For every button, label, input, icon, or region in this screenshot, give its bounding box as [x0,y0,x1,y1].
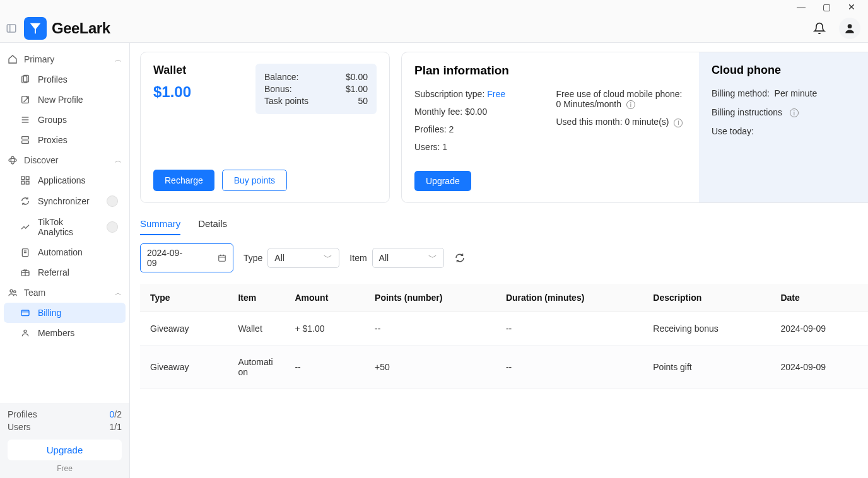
tab-details[interactable]: Details [198,212,227,235]
plan-subscription: Subscription type: Free [414,89,545,99]
svg-point-2 [848,24,852,28]
item-filter-select[interactable]: All﹀ [372,248,444,268]
nav-group-label: Discover [24,155,58,165]
info-icon[interactable]: i [790,108,799,117]
nav-item-applications[interactable]: Applications [4,170,126,190]
billing-icon [20,308,30,318]
svg-rect-15 [21,181,25,184]
cloud-billing-method: Billing method: Per minute [712,88,855,98]
date-picker[interactable]: 2024-09-09 [140,243,233,272]
cell-desc: Points gift [643,346,770,389]
buy-points-button[interactable]: Buy points [222,170,287,191]
nav-item-proxies[interactable]: Proxies [4,130,126,150]
cell-type: Giveaway [140,312,228,346]
cell-points: -- [365,312,496,346]
plan-subscription-link[interactable]: Free [487,89,505,99]
notifications-icon[interactable] [809,18,830,39]
nav-item-billing[interactable]: Billing [4,303,126,323]
filters-row: 2024-09-09 Type All﹀ Item All﹀ [140,243,868,272]
svg-rect-14 [26,177,29,180]
cloud-phone-panel: Cloud phone Billing method: Per minute B… [699,52,868,202]
sidebar-footer: Profiles0/2 Users1/1 Upgrade Free [0,403,129,478]
item-filter-value: All [379,253,389,263]
wallet-stats: Balance:$0.00 Bonus:$1.00 Task points50 [255,64,377,114]
nav-label: Referral [38,267,69,277]
cell-duration: -- [496,346,643,389]
analytics-icon [20,222,30,232]
content-area: Wallet $1.00 Balance:$0.00 Bonus:$1.00 T… [130,43,868,478]
cell-item: Automation [228,346,284,389]
sidebar-upgrade-button[interactable]: Upgrade [8,440,122,460]
svg-point-25 [24,330,26,332]
cell-desc: Receiving bonus [643,312,770,346]
sidebar-toggle-icon[interactable] [4,21,19,36]
bonus-value: $1.00 [346,84,368,94]
nav-item-groups[interactable]: Groups [4,110,126,130]
user-avatar-icon[interactable] [839,18,860,39]
col-date: Date [770,284,868,312]
proxies-icon [20,135,30,145]
nav-label: Applications [38,175,86,185]
groups-icon [20,115,30,125]
window-minimize[interactable]: — [789,2,814,12]
nav-group-discover[interactable]: Discover ︿ [0,150,129,170]
tab-summary[interactable]: Summary [140,212,180,235]
window-close[interactable]: ✕ [839,2,864,12]
nav-item-tiktok-analytics[interactable]: TikTok Analytics [4,212,126,242]
plan-upgrade-button[interactable]: Upgrade [414,171,471,191]
svg-rect-0 [7,25,16,32]
recharge-button[interactable]: Recharge [153,170,214,191]
footer-profiles-label: Profiles [8,409,37,419]
points-value: 50 [358,96,368,106]
nav-item-new-profile[interactable]: New Profile [4,90,126,110]
col-duration: Duration (minutes) [496,284,643,312]
chevron-up-icon: ︿ [115,288,122,298]
col-points: Points (number) [365,284,496,312]
info-icon[interactable]: i [626,100,635,109]
info-icon[interactable]: i [674,119,683,127]
svg-rect-9 [22,137,29,139]
type-filter-select[interactable]: All﹀ [267,248,339,268]
date-value: 2024-09-09 [147,248,187,268]
automation-icon [20,247,30,257]
window-maximize[interactable]: ▢ [814,2,839,12]
footer-users-value: 1/1 [110,422,122,432]
svg-rect-26 [219,255,226,261]
nav-item-referral[interactable]: Referral [4,262,126,283]
tabs: Summary Details [140,212,868,236]
type-filter-value: All [274,253,284,263]
team-icon [8,288,18,298]
nav-item-members[interactable]: Members [4,323,126,343]
transactions-table: Type Item Amount Points (number) Duratio… [140,284,868,389]
plan-title: Plan information [414,64,686,78]
cell-date: 2024-09-09 [770,346,868,389]
logo-mark-icon [24,17,47,40]
cell-points: +50 [365,346,496,389]
sidebar: Primary ︿ Profiles New Profile Groups Pr… [0,43,130,478]
bonus-label: Bonus: [264,84,292,94]
nav-group-label: Primary [24,54,54,64]
nav-group-team[interactable]: Team ︿ [0,283,129,303]
svg-point-11 [9,158,16,161]
nav-label: New Profile [38,95,83,105]
refresh-icon[interactable] [454,252,466,264]
nav-label: Proxies [38,135,67,145]
calendar-icon [218,254,226,262]
nav-label: Billing [38,308,61,318]
cell-amount: + $1.00 [284,312,365,346]
applications-icon [20,175,30,185]
cell-date: 2024-09-09 [770,312,868,346]
badge-icon [107,221,118,233]
app-logo[interactable]: GeeLark [24,17,110,40]
cell-type: Giveaway [140,346,228,389]
balance-label: Balance: [264,72,298,82]
nav-group-primary[interactable]: Primary ︿ [0,49,129,69]
nav-item-synchronizer[interactable]: Synchronizer [4,190,126,212]
nav-item-profiles[interactable]: Profiles [4,69,126,90]
cloud-use-today: Use today: [712,126,855,136]
nav-item-automation[interactable]: Automation [4,242,126,262]
table-row: GiveawayAutomation--+50--Points gift2024… [140,346,868,389]
svg-point-21 [10,289,13,292]
table-row: GiveawayWallet+ $1.00----Receiving bonus… [140,312,868,346]
plan-users: Users: 1 [414,142,545,152]
